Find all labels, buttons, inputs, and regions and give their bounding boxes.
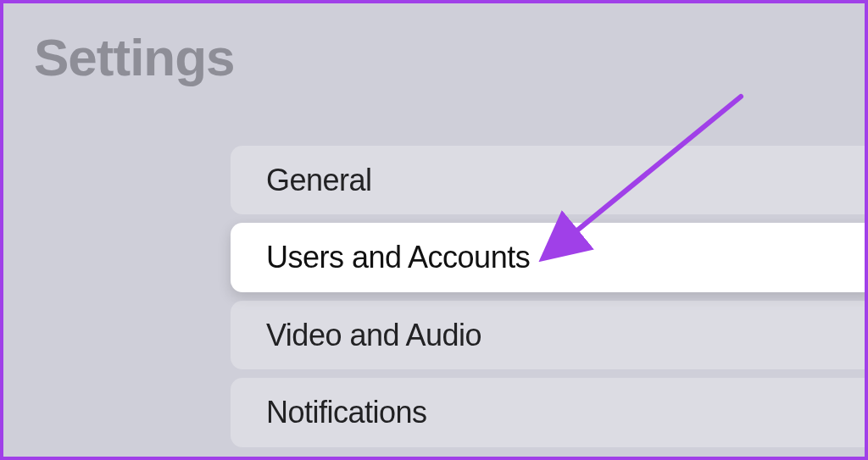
settings-menu: General Users and Accounts Video and Aud… <box>231 146 868 447</box>
page-title: Settings <box>3 3 865 87</box>
settings-item-video-and-audio[interactable]: Video and Audio <box>231 301 868 369</box>
settings-item-label: Video and Audio <box>266 318 481 352</box>
settings-item-label: Users and Accounts <box>266 240 530 274</box>
settings-item-users-and-accounts[interactable]: Users and Accounts <box>231 223 868 291</box>
settings-item-notifications[interactable]: Notifications <box>231 378 868 446</box>
settings-item-label: General <box>266 163 372 197</box>
settings-item-label: Notifications <box>266 395 427 430</box>
settings-item-general[interactable]: General <box>231 146 868 214</box>
